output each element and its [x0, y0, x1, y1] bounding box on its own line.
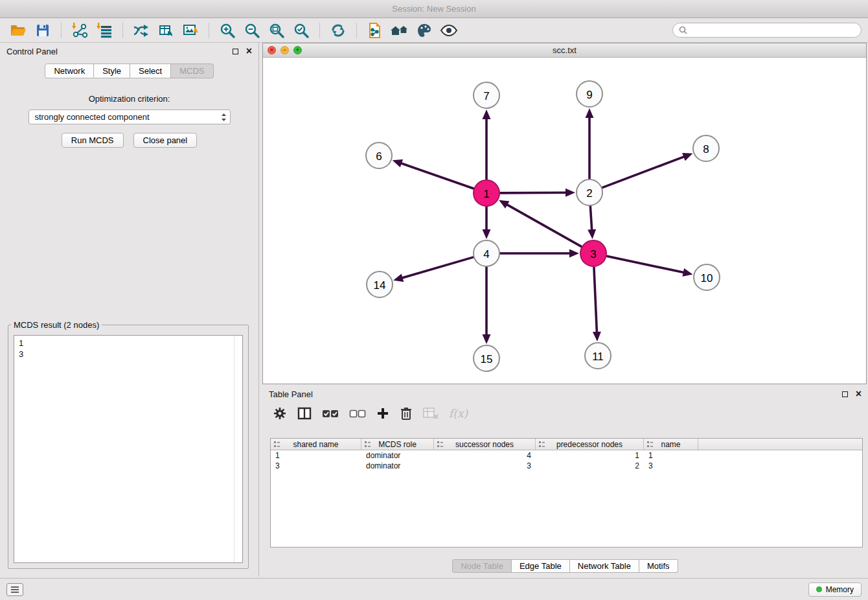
graph-edge-3-10[interactable]	[607, 256, 693, 276]
network-canvas[interactable]: 7968124314101511	[263, 58, 866, 384]
table-panel-float-icon[interactable]	[842, 391, 848, 397]
add-entry-button[interactable]	[376, 405, 389, 422]
close-panel-button[interactable]: Close panel	[133, 133, 198, 148]
select-all-button[interactable]	[322, 405, 339, 422]
table-body: 1dominator4113dominator323	[271, 450, 862, 471]
column-header-predecessor-nodes[interactable]: predecessor nodes	[536, 439, 644, 450]
delete-table-button[interactable]	[423, 405, 439, 422]
zoom-selected-button[interactable]	[290, 20, 313, 41]
search-input[interactable]	[691, 25, 855, 35]
column-header-MCDS-role[interactable]: MCDS role	[361, 439, 434, 450]
tab-style[interactable]: Style	[94, 63, 130, 78]
deselect-all-button[interactable]	[349, 405, 366, 422]
graph-edge-2-3[interactable]	[588, 206, 596, 239]
optimization-dropdown[interactable]: strongly connected component	[29, 110, 231, 124]
tab-edge-table[interactable]: Edge Table	[512, 559, 570, 573]
graph-node-15[interactable]: 15	[474, 345, 499, 371]
graph-edge-1-2[interactable]	[500, 189, 575, 197]
graph-edge-4-15[interactable]	[483, 267, 491, 344]
table-settings-button[interactable]	[273, 405, 287, 422]
graph-edge-2-8[interactable]	[602, 153, 693, 188]
task-history-button[interactable]	[6, 583, 23, 596]
edge-arrowhead-icon	[483, 229, 491, 239]
import-table-button[interactable]	[93, 20, 116, 41]
tab-node-table[interactable]: Node Table	[452, 559, 512, 573]
tab-mcds[interactable]: MCDS	[171, 63, 213, 78]
search-field[interactable]	[672, 23, 862, 38]
control-panel-close-icon[interactable]: ×	[246, 46, 252, 56]
close-window-icon[interactable]: ×	[268, 46, 276, 54]
copy-style-button[interactable]	[363, 20, 387, 41]
graph-edge-4-3[interactable]	[500, 249, 579, 258]
control-panel: Control Panel × NetworkStyleSelectMCDS O…	[0, 43, 259, 577]
tab-network[interactable]: Network	[45, 63, 94, 78]
column-header-successor-nodes[interactable]: successor nodes	[434, 439, 536, 450]
apply-style-button[interactable]	[413, 20, 436, 41]
node-label: 7	[483, 90, 489, 102]
home-layout-button[interactable]	[388, 20, 411, 41]
edge-arrowhead-icon	[593, 332, 601, 341]
graph-edge-4-14[interactable]	[393, 257, 474, 282]
graph-edge-1-6[interactable]	[393, 159, 474, 189]
copy-style-icon	[367, 22, 383, 39]
edge-arrowhead-icon	[483, 334, 491, 344]
graph-node-6[interactable]: 6	[366, 143, 392, 168]
dropdown-selected-value: strongly connected component	[35, 112, 150, 122]
column-label: MCDS role	[378, 440, 417, 449]
function-builder-button[interactable]: f(x)	[449, 405, 468, 422]
graph-node-3[interactable]: 3	[580, 240, 606, 266]
window-controls: × − +	[268, 46, 302, 54]
graph-edge-3-11[interactable]	[593, 267, 601, 341]
delete-entry-button[interactable]	[400, 405, 413, 422]
graph-node-11[interactable]: 11	[585, 343, 611, 369]
zoom-fit-button[interactable]	[265, 20, 288, 41]
graph-edge-1-7[interactable]	[483, 110, 491, 179]
graph-edge-1-4[interactable]	[483, 207, 491, 239]
export-image-button[interactable]	[179, 20, 202, 41]
open-file-button[interactable]	[6, 20, 30, 41]
table-row[interactable]: 3dominator323	[271, 461, 862, 471]
graph-edge-2-9[interactable]	[586, 108, 594, 179]
graph-node-9[interactable]: 9	[577, 81, 602, 107]
graph-node-10[interactable]: 10	[694, 264, 720, 290]
show-columns-button[interactable]	[297, 405, 312, 422]
memory-button[interactable]: Memory	[808, 583, 862, 597]
new-network-button[interactable]	[130, 20, 153, 41]
table-row[interactable]: 1dominator411	[271, 450, 862, 461]
save-session-button[interactable]	[31, 20, 54, 41]
import-network-button[interactable]	[68, 20, 91, 41]
tab-select[interactable]: Select	[130, 63, 171, 78]
graph-edge-3-1[interactable]	[499, 200, 582, 247]
zoom-out-button[interactable]	[240, 20, 264, 41]
mcds-result-list[interactable]: 13	[14, 335, 243, 563]
run-mcds-button[interactable]: Run MCDS	[62, 133, 124, 148]
show-graphics-details-icon	[440, 23, 458, 38]
new-network-icon	[133, 22, 150, 39]
toolbar-separator	[61, 23, 62, 38]
zoom-selected-icon	[293, 22, 310, 39]
sort-icon	[646, 441, 654, 448]
graph-node-14[interactable]: 14	[367, 271, 393, 297]
minimize-window-icon[interactable]: −	[280, 46, 289, 54]
show-graphics-details-button[interactable]	[437, 20, 461, 41]
zoom-in-button[interactable]	[216, 20, 239, 41]
refresh-layout-button[interactable]	[326, 20, 350, 41]
new-network-from-table-button[interactable]	[154, 20, 177, 41]
memory-label: Memory	[826, 585, 854, 594]
graph-node-4[interactable]: 4	[474, 240, 499, 266]
network-window-titlebar[interactable]: × − + scc.txt	[263, 43, 866, 58]
import-table-icon	[96, 22, 113, 39]
table-panel-close-icon[interactable]: ×	[856, 389, 862, 399]
show-columns-icon	[297, 406, 312, 421]
graph-node-2[interactable]: 2	[577, 179, 602, 205]
cell-shared-name: 1	[271, 450, 361, 461]
control-panel-float-icon[interactable]	[233, 49, 238, 54]
zoom-window-icon[interactable]: +	[293, 46, 302, 54]
tab-motifs[interactable]: Motifs	[639, 559, 678, 573]
graph-node-7[interactable]: 7	[474, 82, 499, 108]
graph-node-1[interactable]: 1	[474, 180, 499, 206]
graph-node-8[interactable]: 8	[693, 135, 719, 161]
column-header-shared-name[interactable]: shared name	[271, 439, 361, 450]
column-header-name[interactable]: name	[644, 439, 698, 450]
tab-network-table[interactable]: Network Table	[570, 559, 639, 573]
